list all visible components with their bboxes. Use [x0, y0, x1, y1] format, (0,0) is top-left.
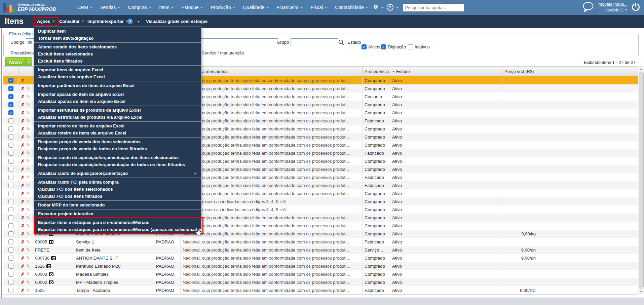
user-name[interactable]: Usuário 1	[604, 7, 623, 13]
actions-menu-item[interactable]: Exportar itens e estoques para o e-comme…	[34, 219, 201, 226]
delete-icon[interactable]: ✗	[21, 264, 25, 269]
row-checkbox[interactable]	[8, 191, 13, 196]
edit-pencil-icon[interactable]: ✎	[26, 134, 30, 140]
edit-pencil-icon[interactable]: ✎	[26, 126, 30, 131]
actions-menu-item[interactable]: Importar roteiro de itens de arquivo Exc…	[34, 122, 201, 129]
row-checkbox[interactable]	[8, 256, 13, 261]
delete-icon[interactable]: ✗	[21, 135, 25, 140]
delete-icon[interactable]: ✗	[21, 199, 25, 204]
table-row[interactable]: ✗✎00005Serviço 1PADRAONacional, cuja pro…	[3, 238, 638, 246]
actions-menu-item[interactable]: Excluir itens filtrados	[34, 58, 201, 65]
gear-icon[interactable]	[373, 4, 379, 11]
row-checkbox[interactable]	[8, 135, 13, 140]
delete-icon[interactable]: ✗	[21, 231, 25, 236]
row-checkbox[interactable]: ✔	[8, 102, 13, 107]
delete-icon[interactable]: ✗	[21, 143, 25, 148]
edit-pencil-icon[interactable]: ✎	[26, 118, 30, 123]
logout-power-icon[interactable]	[632, 2, 640, 12]
actions-menu-item[interactable]: Importar estruturas de produtos de arqui…	[34, 107, 201, 114]
table-row[interactable]: ✗✎1526Parafuso Estriado M20PADRAONaciona…	[3, 262, 638, 270]
row-checkbox[interactable]	[8, 272, 13, 277]
row-checkbox[interactable]	[8, 264, 13, 269]
visualizar-grade-link[interactable]: Visualizar grade com estoque	[146, 19, 207, 24]
help-caret-icon[interactable]: ▼	[396, 6, 399, 9]
edit-pencil-icon[interactable]: ✎	[26, 199, 30, 204]
page-help-caret-icon[interactable]: ▼	[137, 20, 140, 23]
filters-legend[interactable]: Filtros (cliqu	[8, 31, 34, 36]
row-checkbox[interactable]	[8, 247, 13, 253]
actions-menu-item[interactable]: Duplicar item	[34, 28, 201, 35]
actions-menu-item[interactable]: Importar itens de arquivo Excel	[34, 66, 201, 73]
row-checkbox[interactable]	[8, 199, 13, 204]
row-checkbox[interactable]	[8, 183, 13, 188]
row-checkbox[interactable]: ✔	[8, 86, 13, 91]
delete-icon[interactable]: ✗	[21, 151, 25, 156]
delete-icon[interactable]: ✗	[21, 256, 25, 261]
select-all-column-header[interactable]	[3, 67, 18, 76]
delete-icon[interactable]: ✗	[21, 288, 25, 293]
table-row[interactable]: ✗✎1525Tampo - AcabadoPADRAONacional, cuj…	[3, 286, 638, 294]
actions-menu-item[interactable]: Calcular FCI dos itens filtrados	[34, 193, 201, 200]
delete-icon[interactable]: ✗	[21, 110, 25, 115]
procedencia-column-header[interactable]: Procedência	[363, 67, 389, 76]
row-checkbox[interactable]	[8, 126, 13, 131]
edit-pencil-icon[interactable]: ✎	[26, 78, 30, 83]
edit-pencil-icon[interactable]: ✎	[26, 279, 30, 285]
actions-menu-item[interactable]: Atualizar custo FCI pela última compra	[34, 179, 201, 186]
edit-pencil-icon[interactable]: ✎	[26, 255, 30, 261]
user-caret-icon[interactable]: ▼	[625, 8, 628, 12]
actions-menu-item[interactable]: Atualizar custo de aquisição/orçamentaçã…	[34, 170, 201, 177]
nav-item-estoque[interactable]: Estoque▼	[181, 5, 203, 10]
row-checkbox[interactable]: ✔	[8, 78, 13, 83]
delete-icon[interactable]: ✗	[21, 78, 25, 83]
delete-icon[interactable]: ✗	[21, 223, 25, 228]
edit-pencil-icon[interactable]: ✎	[26, 207, 30, 212]
camera-icon[interactable]	[49, 240, 53, 244]
acoes-menu-button[interactable]: Ações▼	[34, 17, 59, 26]
row-checkbox[interactable]	[8, 118, 13, 123]
actions-menu-item[interactable]: Exportar itens e estoques para o e-comme…	[34, 226, 201, 233]
actions-menu-item[interactable]: Alterar estado dos itens selecionados	[34, 43, 201, 50]
actions-menu-item[interactable]: Tornar item ativo/digitação	[34, 35, 201, 42]
camera-icon[interactable]	[46, 264, 51, 268]
actions-menu-item[interactable]: Reajustar custo de aquisição/orçamentaçã…	[34, 154, 201, 161]
delete-icon[interactable]: ✗	[21, 126, 25, 131]
row-checkbox[interactable]	[8, 159, 13, 164]
company-link[interactable]: moveis indus...	[598, 2, 628, 7]
nav-item-qualidade[interactable]: Qualidade▼	[243, 5, 269, 10]
actions-menu-item[interactable]: Atualizar estruturas de produtos via arq…	[34, 114, 201, 121]
delete-icon[interactable]: ✗	[21, 207, 25, 212]
consultar-menu-button[interactable]: Consultar▼	[59, 19, 84, 24]
nav-item-vendas[interactable]: Vendas▼	[100, 5, 120, 10]
row-checkbox[interactable]	[8, 215, 13, 220]
edit-pencil-icon[interactable]: ✎	[26, 288, 30, 293]
edit-pencil-icon[interactable]: ✎	[26, 175, 30, 180]
delete-icon[interactable]: ✗	[21, 175, 25, 180]
camera-icon[interactable]	[51, 256, 56, 260]
actions-menu-item[interactable]: Importar aparas do item de arquivo Excel	[34, 91, 201, 98]
edit-pencil-icon[interactable]: ✎	[26, 94, 30, 99]
table-row[interactable]: ✗✎FRETEItem de freteNacional, cuja produ…	[3, 246, 638, 254]
origem-column-header[interactable]: a mercadoria	[181, 67, 363, 76]
row-checkbox[interactable]	[8, 223, 13, 228]
row-checkbox[interactable]: ✔	[8, 110, 13, 115]
delete-icon[interactable]: ✗	[21, 239, 25, 244]
nav-item-contabilidade[interactable]: Contabilidade▼	[335, 5, 368, 10]
row-checkbox[interactable]	[8, 143, 13, 148]
gear-caret-icon[interactable]: ▼	[381, 6, 384, 9]
nav-item-financeiro[interactable]: Financeiro▼	[276, 5, 303, 10]
edit-pencil-icon[interactable]: ✎	[26, 110, 30, 115]
actions-menu-item[interactable]: Executar projeto interativo	[34, 210, 201, 217]
edit-pencil-icon[interactable]: ✎	[26, 142, 30, 148]
scroll-down-icon[interactable]: ▼	[638, 289, 644, 294]
edit-pencil-icon[interactable]: ✎	[26, 231, 30, 236]
nav-item-itens[interactable]: Itens▼	[159, 5, 174, 10]
new-item-caret-icon[interactable]: ▼	[25, 58, 32, 67]
table-row[interactable]: ✗✎000738ANTIOXIDANTE BHTPADRAONacional, …	[3, 254, 638, 262]
help-search-input[interactable]	[403, 3, 464, 12]
search-icon[interactable]	[339, 40, 343, 44]
actions-menu-item[interactable]: Atualizar roteiro de itens via arquivo E…	[34, 129, 201, 137]
row-checkbox[interactable]	[8, 231, 13, 236]
edit-pencil-icon[interactable]: ✎	[26, 271, 30, 277]
nav-item-fiscal[interactable]: Fiscal▼	[311, 5, 327, 10]
